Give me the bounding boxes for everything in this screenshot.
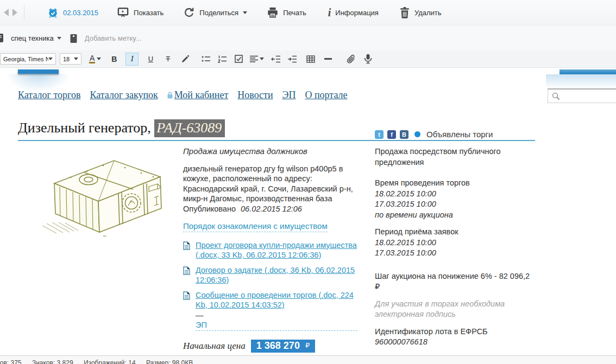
numbered-list-button[interactable] (217, 53, 227, 66)
underline-button[interactable]: U (146, 53, 155, 66)
present-button[interactable]: Показать (117, 7, 164, 18)
social-share-row: t f В Объявлены торги (375, 130, 493, 139)
alarm-clock-icon (47, 7, 59, 18)
document-link-purchase-agreement[interactable]: Проект договора купли-продажи имущества … (196, 240, 357, 260)
indent-icon (287, 55, 297, 63)
underline-icon: U (148, 55, 153, 63)
font-family-caret-icon (48, 58, 53, 60)
nav-link-catalog-purchases[interactable]: Каталог закупок (90, 90, 158, 101)
font-family-select[interactable]: Georgia, Times New Ro (0, 53, 56, 65)
paperclip-icon (346, 54, 356, 64)
indent-button[interactable] (287, 53, 297, 66)
highlight-button[interactable] (180, 53, 190, 66)
attach-file-button[interactable] (346, 53, 356, 66)
document-icon (183, 291, 190, 300)
auction-end-date: 17.03.2015 10:00 (375, 199, 537, 210)
ruble-sign: ₽ (305, 341, 310, 351)
font-color-button[interactable]: A (89, 53, 101, 66)
reminder-button[interactable]: 02.03.2015 (47, 7, 98, 18)
clipped-blue-strip-fragment (560, 69, 616, 74)
note-content-canvas[interactable]: Каталог торгов Каталог закупок Мой кабин… (0, 68, 616, 355)
vk-icon[interactable]: В (400, 130, 408, 139)
auction-start-date: 18.02.2015 10:00 (375, 189, 537, 200)
tag-chip-spec-tehnika[interactable]: спец техника (11, 34, 61, 42)
present-label: Показать (134, 9, 164, 17)
share-icon (183, 7, 195, 18)
horizontal-rule-icon (324, 58, 332, 60)
print-button[interactable]: Печать (267, 7, 306, 18)
insert-table-button[interactable] (306, 53, 316, 66)
note-statistics: Слов: 375 Знаков: 3,829 Изображений: 14 … (0, 359, 202, 364)
bold-button[interactable]: B (109, 53, 119, 66)
add-tag-input[interactable] (85, 34, 193, 42)
ep-link[interactable]: ЭП (196, 320, 357, 331)
strikethrough-button[interactable]: T (163, 53, 173, 66)
lot-id-label: Идентификатор лота в ЕФРСБ (375, 327, 537, 337)
lot-description: дизельный генератор дгу fg wilson p400p5… (183, 164, 363, 204)
page-title: Дизельный генератор, РАД-63089 (18, 120, 225, 136)
align-button[interactable] (250, 53, 264, 66)
info-label: Информация (335, 9, 379, 17)
nav-link-ep[interactable]: ЭП (282, 90, 296, 101)
microphone-icon (364, 54, 372, 64)
info-icon: i (328, 7, 331, 18)
font-family-value: Georgia, Times New Ro (3, 56, 48, 62)
note-size: Размер: 98,0КВ (146, 359, 193, 364)
nav-link-about[interactable]: О портале (305, 90, 347, 101)
word-count: Слов: 375 (0, 359, 22, 364)
familiarization-link[interactable]: Порядок ознакомления с имуществом (183, 221, 328, 232)
presentation-screen-icon (117, 7, 129, 18)
back-button[interactable] (2, 8, 10, 17)
lot-id-value: 960000076618 (375, 337, 537, 348)
document-row: Договор о задатке (.docx, 36 Kb, 06.02.2… (183, 265, 363, 285)
auction-details-column: Продажа посредством публичного предложен… (375, 146, 537, 348)
status-bar: Слов: 375 Знаков: 3,829 Изображений: 14 … (0, 355, 616, 364)
generator-sketch-image (33, 150, 169, 237)
toolbar-separator (24, 5, 24, 20)
facebook-icon[interactable]: f (387, 130, 396, 139)
nav-link-my-cabinet[interactable]: Мой кабинет (174, 90, 228, 101)
notebook-icon (0, 34, 4, 43)
info-button[interactable]: i Информация (328, 7, 379, 18)
lot-category: Продажа имущества должников (183, 146, 363, 157)
font-size-select[interactable]: 18 (60, 53, 81, 65)
delete-button[interactable]: Удалить (399, 7, 442, 18)
auction-step: Шаг аукциона на понижение 6% - 82 096,2 … (375, 271, 537, 292)
published-label: Опубликовано (183, 205, 236, 213)
italic-button[interactable]: I (125, 53, 139, 66)
checkbox-icon (235, 55, 243, 63)
record-audio-button[interactable] (363, 53, 373, 66)
delete-label: Удалить (414, 9, 442, 17)
trade-status-label: Объявлены торги (426, 130, 493, 139)
outdent-button[interactable] (271, 53, 281, 66)
bullet-list-button[interactable] (201, 53, 211, 66)
document-link-trade-announcement[interactable]: Сообщение о проведении торгов (.doc, 224… (196, 290, 357, 310)
lot-description-column: Продажа имущества должников дизельный ге… (183, 146, 363, 355)
document-list: Проект договора купли-продажи имущества … (183, 240, 363, 331)
start-price-label: Начальная цена (183, 341, 246, 352)
document-link-deposit-agreement[interactable]: Договор о задатке (.docx, 36 Kb, 06.02.2… (196, 265, 357, 285)
horizontal-rule-button[interactable] (323, 53, 333, 66)
published-line: Опубликовано06.02.2015 12:06 (183, 204, 363, 214)
italic-icon: I (131, 54, 134, 63)
site-nav: Каталог торгов Каталог закупок Мой кабин… (18, 90, 348, 101)
search-input[interactable] (548, 88, 616, 103)
forward-button[interactable] (11, 8, 18, 17)
nav-link-news[interactable]: Новости (237, 90, 273, 101)
tag-icon (70, 34, 77, 43)
search-icon (552, 92, 560, 100)
tag-dropdown-caret-icon (57, 37, 61, 40)
start-price-value: 1 368 270 (256, 341, 300, 351)
published-date: 06.02.2015 12:06 (241, 205, 302, 213)
application-end-date: 17.03.2015 10:00 (375, 248, 537, 259)
signature-required-note: Для участия в торгах необходима электрон… (375, 299, 537, 320)
checkbox-button[interactable] (234, 53, 243, 66)
clipped-strip-fade (546, 74, 616, 88)
align-icon (250, 55, 258, 63)
twitter-icon[interactable]: t (375, 130, 384, 139)
nav-link-catalog-trades[interactable]: Каталог торгов (18, 90, 80, 101)
bold-icon: B (111, 55, 117, 63)
share-button[interactable]: Поделиться (183, 7, 247, 18)
page-title-text: Дизельный генератор, (18, 120, 154, 136)
auction-time-note: по времени аукциона (375, 210, 537, 221)
